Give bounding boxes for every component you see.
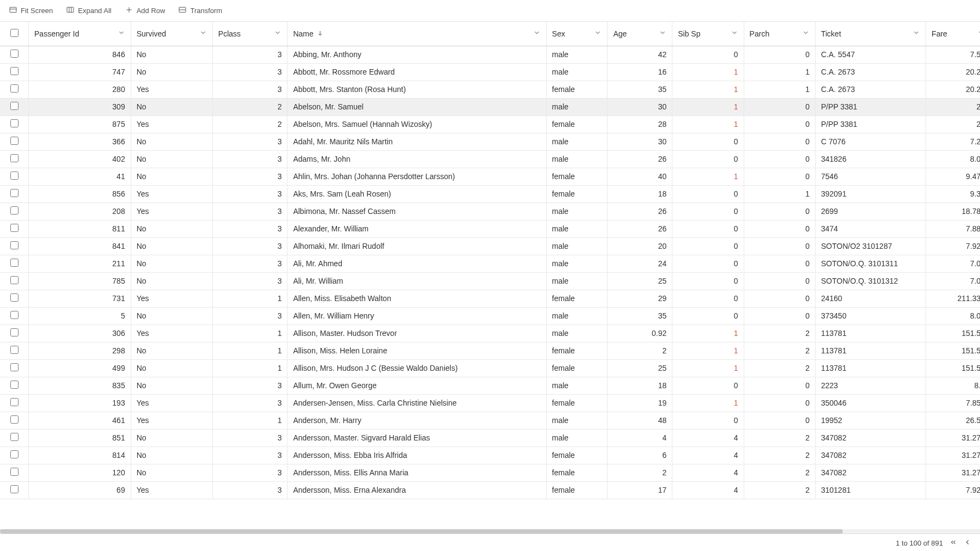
table-row[interactable]: 366No3Adahl, Mr. Mauritz Nils Martinmale… <box>0 133 980 150</box>
chevron-down-icon[interactable] <box>199 29 207 38</box>
table-row[interactable]: 461Yes1Anderson, Mr. Harrymale4800199522… <box>0 412 980 429</box>
row-checkbox[interactable] <box>10 485 19 493</box>
table-row[interactable]: 856Yes3Aks, Mrs. Sam (Leah Rosen)female1… <box>0 185 980 203</box>
table-row[interactable]: 298No1Allison, Miss. Helen Lorainefemale… <box>0 342 980 359</box>
row-select-cell[interactable] <box>0 307 29 325</box>
table-row[interactable]: 280Yes3Abbott, Mrs. Stanton (Rosa Hunt)f… <box>0 81 980 98</box>
row-select-cell[interactable] <box>0 168 29 185</box>
row-checkbox[interactable] <box>10 67 19 75</box>
column-header-pclass[interactable]: Pclass <box>212 22 287 46</box>
chevron-down-icon[interactable] <box>274 29 281 38</box>
table-scroll[interactable]: Passenger IdSurvivedPclassNameSexAgeSib … <box>0 22 980 529</box>
row-select-cell[interactable] <box>0 446 29 464</box>
chevron-down-icon[interactable] <box>659 29 666 38</box>
table-row[interactable]: 5No3Allen, Mr. William Henrymale35003734… <box>0 307 980 325</box>
prev-page-button[interactable] <box>964 538 971 548</box>
row-checkbox[interactable] <box>10 415 19 424</box>
row-select-cell[interactable] <box>0 133 29 150</box>
row-select-cell[interactable] <box>0 290 29 307</box>
first-page-button[interactable] <box>950 538 957 548</box>
expand-all-button[interactable]: Expand All <box>66 5 111 16</box>
row-select-cell[interactable] <box>0 412 29 429</box>
column-header-pid[interactable]: Passenger Id <box>29 22 131 46</box>
table-row[interactable]: 499No1Allison, Mrs. Hudson J C (Bessie W… <box>0 359 980 377</box>
chevron-down-icon[interactable] <box>912 29 920 38</box>
column-header-name[interactable]: Name <box>287 22 546 46</box>
row-checkbox[interactable] <box>10 328 19 336</box>
table-row[interactable]: 811No3Alexander, Mr. Williammale26003474… <box>0 220 980 237</box>
row-checkbox[interactable] <box>10 381 19 389</box>
row-select-cell[interactable] <box>0 325 29 342</box>
add-row-button[interactable]: Add Row <box>125 5 166 16</box>
row-select-cell[interactable] <box>0 359 29 377</box>
chevron-down-icon[interactable] <box>731 29 738 38</box>
row-select-cell[interactable] <box>0 255 29 272</box>
select-all-checkbox[interactable] <box>10 29 19 37</box>
row-checkbox[interactable] <box>10 50 19 58</box>
row-checkbox[interactable] <box>10 363 19 371</box>
select-all-header[interactable] <box>0 22 29 46</box>
row-select-cell[interactable] <box>0 464 29 481</box>
chevron-down-icon[interactable] <box>977 29 980 38</box>
table-row[interactable]: 814No3Andersson, Miss. Ebba Iris Alfrida… <box>0 446 980 464</box>
row-checkbox[interactable] <box>10 172 19 180</box>
row-select-cell[interactable] <box>0 429 29 446</box>
row-checkbox[interactable] <box>10 346 19 354</box>
chevron-down-icon[interactable] <box>118 29 125 38</box>
table-row[interactable]: 835No3Allum, Mr. Owen Georgemale18002223… <box>0 377 980 394</box>
table-row[interactable]: 306Yes1Allison, Master. Hudson Trevormal… <box>0 325 980 342</box>
row-checkbox[interactable] <box>10 154 19 162</box>
column-header-fare[interactable]: Fare <box>926 22 980 46</box>
row-checkbox[interactable] <box>10 398 19 406</box>
table-row[interactable]: 309No2Abelson, Mr. Samuelmale3010P/PP 33… <box>0 98 980 115</box>
row-checkbox[interactable] <box>10 433 19 441</box>
row-checkbox[interactable] <box>10 293 19 302</box>
row-select-cell[interactable] <box>0 81 29 98</box>
row-checkbox[interactable] <box>10 241 19 249</box>
row-checkbox[interactable] <box>10 206 19 215</box>
table-row[interactable]: 120No3Andersson, Miss. Ellis Anna Mariaf… <box>0 464 980 481</box>
table-row[interactable]: 851No3Andersson, Master. Sigvard Harald … <box>0 429 980 446</box>
row-checkbox[interactable] <box>10 102 19 110</box>
column-header-sex[interactable]: Sex <box>546 22 608 46</box>
row-checkbox[interactable] <box>10 119 19 127</box>
row-select-cell[interactable] <box>0 481 29 499</box>
row-select-cell[interactable] <box>0 394 29 412</box>
row-checkbox[interactable] <box>10 259 19 267</box>
row-select-cell[interactable] <box>0 115 29 133</box>
row-checkbox[interactable] <box>10 311 19 319</box>
table-row[interactable]: 208Yes3Albimona, Mr. Nassef Cassemmale26… <box>0 203 980 220</box>
row-select-cell[interactable] <box>0 220 29 237</box>
table-row[interactable]: 875Yes2Abelson, Mrs. Samuel (Hannah Wizo… <box>0 115 980 133</box>
row-select-cell[interactable] <box>0 377 29 394</box>
table-row[interactable]: 841No3Alhomaki, Mr. Ilmari Rudolfmale200… <box>0 237 980 255</box>
transform-button[interactable]: Transform <box>178 5 222 16</box>
row-checkbox[interactable] <box>10 468 19 476</box>
chevron-down-icon[interactable] <box>802 29 810 38</box>
row-checkbox[interactable] <box>10 276 19 284</box>
table-row[interactable]: 785No3Ali, Mr. Williammale2500SOTON/O.Q.… <box>0 272 980 290</box>
table-row[interactable]: 41No3Ahlin, Mrs. Johan (Johanna Persdott… <box>0 168 980 185</box>
row-select-cell[interactable] <box>0 342 29 359</box>
column-header-sibsp[interactable]: Sib Sp <box>672 22 744 46</box>
row-select-cell[interactable] <box>0 150 29 168</box>
column-header-age[interactable]: Age <box>608 22 672 46</box>
chevron-down-icon[interactable] <box>594 29 602 38</box>
table-row[interactable]: 193Yes3Andersen-Jensen, Miss. Carla Chri… <box>0 394 980 412</box>
row-select-cell[interactable] <box>0 98 29 115</box>
scrollbar-thumb[interactable] <box>0 529 843 534</box>
chevron-down-icon[interactable] <box>533 29 541 38</box>
row-checkbox[interactable] <box>10 137 19 145</box>
fit-screen-button[interactable]: Fit Screen <box>9 5 53 16</box>
column-header-parch[interactable]: Parch <box>744 22 815 46</box>
table-row[interactable]: 402No3Adams, Mr. Johnmale26003418268.05 <box>0 150 980 168</box>
row-select-cell[interactable] <box>0 46 29 63</box>
row-select-cell[interactable] <box>0 237 29 255</box>
table-row[interactable]: 211No3Ali, Mr. Ahmedmale2400SOTON/O.Q. 3… <box>0 255 980 272</box>
table-row[interactable]: 846No3Abbing, Mr. Anthonymale4200C.A. 55… <box>0 46 980 63</box>
table-row[interactable]: 69Yes3Andersson, Miss. Erna Alexandrafem… <box>0 481 980 499</box>
table-row[interactable]: 747No3Abbott, Mr. Rossmore Edwardmale161… <box>0 63 980 81</box>
row-select-cell[interactable] <box>0 203 29 220</box>
row-select-cell[interactable] <box>0 272 29 290</box>
row-checkbox[interactable] <box>10 84 19 93</box>
